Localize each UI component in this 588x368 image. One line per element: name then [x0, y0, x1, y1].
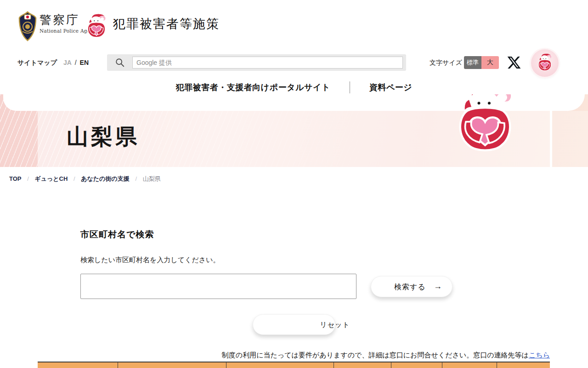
lang-ja-link[interactable]: JA [63, 59, 72, 66]
mascot-badge-link[interactable] [531, 49, 559, 77]
usage-notice: 制度の利用に当たっては要件がありますので、詳細は窓口にお問合せください。窓口の連… [0, 351, 550, 360]
reset-button-label: リセット [294, 321, 376, 329]
section-heading: 市区町村名で検索 [80, 229, 154, 241]
table-header-cell [118, 362, 226, 368]
table-header-cell [38, 362, 118, 368]
utility-bar: サイトマップ JA / EN 文字サイズ 標準 大 [0, 46, 588, 80]
hero-panel-right [552, 111, 588, 167]
table-header-cell [497, 362, 550, 368]
breadcrumb-separator: / [74, 175, 75, 182]
site-title: 犯罪被害者等施策 [113, 16, 220, 32]
top-header: 警察庁 National Police Agency 犯罪被害者等施策 [0, 0, 588, 46]
font-size-standard-button[interactable]: 標準 [464, 56, 481, 69]
breadcrumb-separator: / [135, 175, 137, 182]
mascot-badge-icon [536, 52, 554, 73]
breadcrumb-city-support[interactable]: あなたの街の支援 [81, 175, 130, 182]
npa-emblem-icon [18, 11, 37, 41]
language-switcher: JA / EN [63, 59, 89, 66]
lang-separator: / [75, 59, 77, 66]
support-table-header-row [38, 362, 550, 368]
page-title: 山梨県 [67, 122, 140, 151]
site-search-box [107, 54, 406, 71]
breadcrumb-separator: / [27, 175, 29, 182]
contact-info-link[interactable]: こちら [529, 351, 550, 359]
breadcrumb: TOP / ギュっとCH / あなたの街の支援 / 山梨県 [9, 175, 161, 183]
lang-en-link[interactable]: EN [80, 59, 89, 66]
search-icon [115, 58, 125, 68]
mascot-logo-icon [85, 12, 108, 40]
table-header-cell [391, 362, 442, 368]
search-button-label: 検索する [394, 282, 426, 292]
table-header-cell [226, 362, 334, 368]
search-button[interactable]: 検索する → [371, 276, 452, 297]
nav-docs-link[interactable]: 資料ページ [369, 82, 412, 93]
breadcrumb-top[interactable]: TOP [9, 175, 22, 182]
table-header-cell [442, 362, 497, 368]
font-size-large-button[interactable]: 大 [481, 56, 499, 69]
breadcrumb-gyutto-ch[interactable]: ギュっとCH [34, 175, 68, 182]
table-header-cell [334, 362, 391, 368]
site-search-input[interactable] [132, 57, 403, 69]
font-size-label: 文字サイズ [430, 59, 462, 67]
breadcrumb-current: 山梨県 [143, 175, 161, 182]
reset-button[interactable]: リセット [253, 314, 335, 335]
municipality-search-input[interactable] [80, 274, 356, 299]
usage-notice-text: 制度の利用に当たっては要件がありますので、詳細は窓口にお問合せください。窓口の連… [222, 351, 529, 359]
arrow-right-icon: → [434, 282, 442, 291]
main-nav: 犯罪被害者・支援者向けポータルサイト 資料ページ [0, 80, 588, 94]
sitemap-link[interactable]: サイトマップ [17, 59, 57, 67]
nav-portal-link[interactable]: 犯罪被害者・支援者向けポータルサイト [176, 82, 330, 93]
nav-separator [350, 81, 350, 93]
section-description: 検索したい市区町村名を入力してください。 [80, 256, 220, 264]
x-twitter-icon[interactable] [507, 55, 521, 70]
